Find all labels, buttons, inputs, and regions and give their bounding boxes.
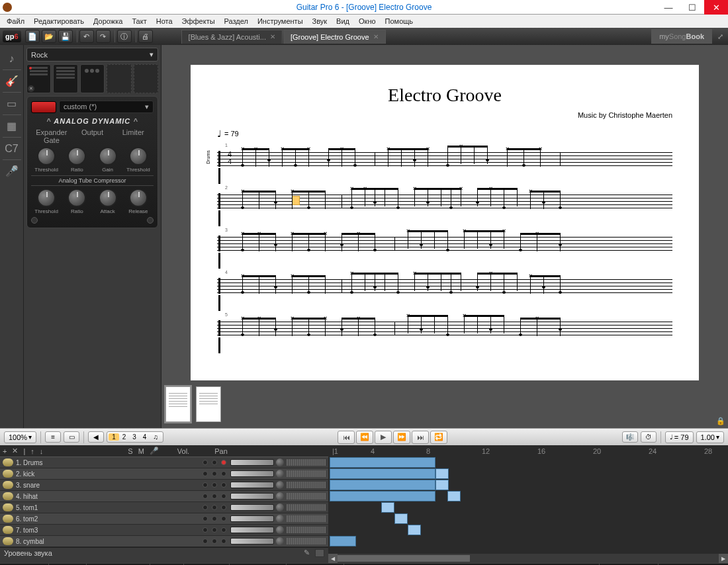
track-up-button[interactable]: ↑ [30,447,34,455]
record-toggle[interactable] [221,539,226,544]
record-toggle[interactable] [221,460,226,465]
staff-row[interactable]: 5 ×× ×× × × × × [217,315,672,341]
mute-toggle[interactable] [212,460,217,465]
mute-toggle[interactable] [212,494,217,499]
pan-knob[interactable] [276,515,284,523]
clip[interactable] [435,468,449,479]
knob-threshold2[interactable] [129,147,148,165]
new-button[interactable]: 📄 [25,30,40,43]
volume-slider[interactable] [230,482,274,488]
keyboard-tool-icon[interactable]: ▦ [3,115,21,138]
track-row[interactable]: 4. hihat [0,491,328,502]
solo-toggle[interactable] [203,482,208,488]
tab-active[interactable]: [Groove] Electro Groove✕ [283,30,386,44]
mute-toggle[interactable] [212,539,217,544]
clip[interactable] [381,502,394,513]
mute-toggle[interactable] [212,505,217,510]
pan-knob[interactable] [276,526,284,534]
solo-toggle[interactable] [203,471,208,476]
pedal-slot[interactable]: ✕ [26,64,51,93]
menu-file[interactable]: Файл [3,16,28,26]
close-button[interactable]: ✕ [704,0,728,15]
tempo-display[interactable]: ♩ = 79 [665,431,694,443]
knob-threshold3[interactable] [37,189,56,207]
track-row[interactable]: 8. cymbal [0,536,328,547]
track-down-button[interactable]: ↓ [40,447,44,455]
record-toggle[interactable] [221,482,226,488]
mic-tool-icon[interactable]: 🎤 [3,160,21,183]
pan-knob[interactable] [276,503,284,511]
menu-view[interactable]: Вид [332,16,353,26]
lock-icon[interactable]: 🔒 [716,417,725,425]
pedal-slot-empty[interactable] [134,64,158,93]
metronome-button[interactable]: 🎼 [622,431,638,443]
mute-toggle[interactable] [212,482,217,488]
section-indicator[interactable]: 1 2 3 4 ♫ [107,431,163,443]
effect-power-switch[interactable] [31,101,56,113]
staff-row[interactable]: 2 × × ×× ×× × × [217,188,672,214]
pan-knob[interactable] [276,537,284,545]
menu-edit[interactable]: Редактировать [30,16,88,26]
pan-knob[interactable] [276,470,284,478]
switch-icon[interactable] [147,217,154,224]
pedal-slot[interactable] [80,64,105,93]
page-thumb[interactable] [165,386,191,422]
tab-close-icon[interactable]: ✕ [270,33,275,40]
solo-toggle[interactable] [203,505,208,510]
preset-dropdown[interactable]: custom (*)▾ [59,101,154,113]
remove-track-button[interactable]: ✕ [12,447,18,455]
clip[interactable] [330,457,435,468]
last-button[interactable]: ⏭ [412,431,429,444]
undo-button[interactable]: ↶ [79,30,94,43]
print-button[interactable]: 🖨 [138,30,153,43]
solo-toggle[interactable] [203,460,208,465]
track-row[interactable]: 2. kick [0,468,328,480]
knob-ratio[interactable] [68,147,86,165]
menu-help[interactable]: Помощь [381,16,418,26]
chord-tool-icon[interactable]: C7 [3,138,21,160]
open-button[interactable]: 📂 [42,30,56,43]
minimize-button[interactable]: — [657,0,680,15]
play-button[interactable]: ▶ [375,431,392,444]
mute-toggle[interactable] [212,471,217,476]
record-toggle[interactable] [221,516,226,521]
section-prev-button[interactable]: ◀ [88,431,104,443]
volume-slider[interactable] [230,470,274,477]
save-button[interactable]: 💾 [58,30,73,43]
mysongbook-link[interactable]: mySongBook [651,29,712,44]
record-toggle[interactable] [221,494,226,499]
first-button[interactable]: ⏮ [338,431,355,444]
menu-bar[interactable]: Такт [128,16,150,26]
scroll-right-icon[interactable]: ▶ [719,554,728,563]
pencil-icon[interactable]: ✎ [304,548,310,557]
pan-knob[interactable] [276,492,284,500]
track-row[interactable]: 5. tom1 [0,502,328,513]
redo-button[interactable]: ↷ [96,30,111,43]
knob-ratio2[interactable] [68,189,86,207]
score-paper[interactable]: Electro Groove Music by Christophe Maert… [191,65,699,428]
solo-toggle[interactable] [203,516,208,521]
pedal-slot[interactable] [53,64,77,93]
add-track-button[interactable]: + [3,447,7,455]
tab-inactive[interactable]: [Blues & Jazz] Acousti...✕ [181,30,283,44]
volume-slider[interactable] [230,504,274,511]
view-mode-button[interactable]: ≡ [45,431,61,443]
scroll-left-icon[interactable]: ◀ [328,554,338,563]
menu-section[interactable]: Раздел [220,16,252,26]
clip[interactable] [330,491,435,501]
tab-close-icon[interactable]: ✕ [373,33,379,40]
solo-toggle[interactable] [203,494,208,499]
track-row[interactable]: 3. snare [0,480,328,491]
staff-row[interactable]: 3 ×× ×× × × ×× × [217,230,672,257]
clip[interactable] [408,525,421,535]
knob-threshold[interactable] [37,147,56,165]
clip[interactable] [330,536,356,546]
staff-row[interactable]: Drums 1 44 ×× ×× × ×× × ×× [217,146,672,172]
horizontal-scrollbar[interactable]: ◀ ▶ [328,554,728,563]
menu-track[interactable]: Дорожка [89,16,126,26]
pan-knob[interactable] [276,481,284,489]
style-dropdown[interactable]: Rock▾ [26,48,158,62]
loop-button[interactable]: 🔁 [430,431,447,444]
pedal-slot-empty[interactable] [107,64,131,93]
zoom-dropdown[interactable]: 100% ▾ [4,431,36,443]
